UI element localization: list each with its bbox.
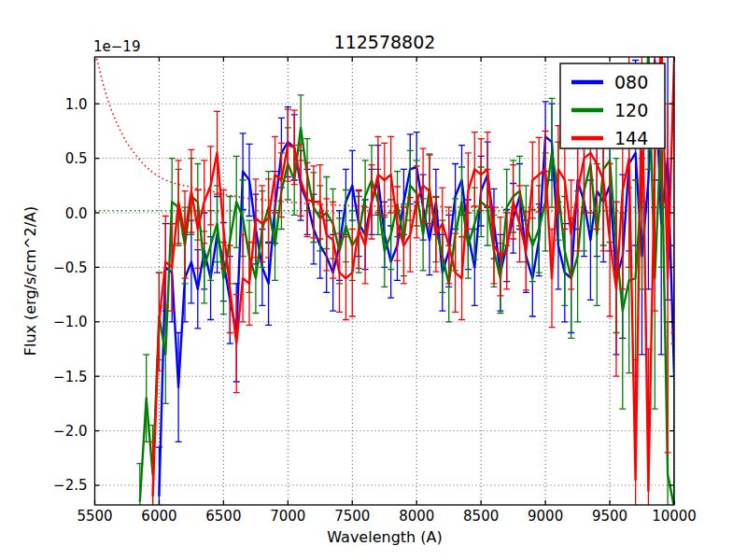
y-tick-label: −0.5 (53, 259, 87, 276)
plot-title: 112578802 (334, 32, 436, 52)
spectrum-plot: 5500600065007000750080008500900095001000… (0, 0, 747, 560)
figure: 5500600065007000750080008500900095001000… (0, 0, 747, 560)
y-tick-label: −1.0 (53, 314, 87, 330)
x-tick-label: 8000 (399, 508, 434, 525)
legend[interactable]: 080120144 (560, 63, 667, 150)
legend-label-144: 144 (614, 128, 648, 148)
x-axis-label: Wavelength (A) (327, 528, 442, 546)
x-tick-label: 7500 (334, 508, 370, 525)
y-tick-label: −2.0 (53, 423, 87, 440)
x-tick-label: 5500 (77, 508, 112, 525)
x-tick-label: 10000 (652, 508, 697, 525)
y-tick-label: 0.5 (65, 150, 88, 167)
y-axis-label: Flux (erg/s/cm^2/A) (21, 206, 39, 357)
x-tick-label: 9500 (592, 508, 627, 525)
y-tick-label: −1.5 (53, 369, 87, 385)
x-tick-label: 6500 (205, 508, 241, 525)
y-tick-label: −2.5 (53, 477, 87, 494)
legend-label-120: 120 (614, 100, 648, 120)
legend-label-080: 080 (614, 72, 648, 92)
x-tick-label: 6000 (141, 508, 176, 525)
x-tick-label: 7000 (270, 508, 305, 525)
x-tick-label: 9000 (528, 508, 563, 525)
y-tick-label: 0.0 (65, 205, 88, 222)
y-tick-label: 1.0 (65, 96, 88, 113)
legend-box (560, 63, 665, 148)
y-axis-offset-label: 1e−19 (93, 38, 140, 55)
x-tick-label: 8500 (463, 508, 499, 525)
